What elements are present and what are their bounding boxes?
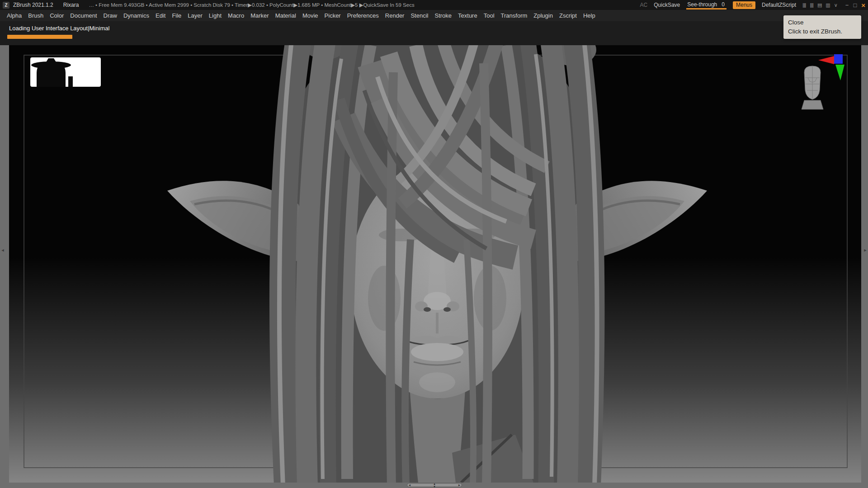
menu-item-brush[interactable]: Brush: [25, 11, 47, 20]
menu-item-macro[interactable]: Macro: [225, 11, 247, 20]
loading-status-text: Loading User Interface Layout|Minimal: [9, 25, 109, 32]
memory-stats: … • Free Mem 9.493GB • Active Mem 2999 •…: [89, 2, 414, 8]
menu-item-preferences[interactable]: Preferences: [344, 11, 382, 20]
maximize-button[interactable]: □: [853, 2, 857, 9]
menu-item-tool[interactable]: Tool: [481, 11, 498, 20]
scroll-updown-icon[interactable]: ▴ ▾: [434, 483, 435, 488]
menu-item-color[interactable]: Color: [47, 11, 67, 20]
menu-item-layer[interactable]: Layer: [184, 11, 206, 20]
right-tray-handle[interactable]: ▸: [863, 244, 868, 256]
status-bar: Loading User Interface Layout|Minimal: [0, 21, 868, 45]
menu-item-transform[interactable]: Transform: [498, 11, 531, 20]
menu-item-file[interactable]: File: [169, 11, 184, 20]
panel-layout-icon[interactable]: ▤: [817, 2, 821, 8]
menu-item-stencil[interactable]: Stencil: [407, 11, 431, 20]
close-button[interactable]: ×: [861, 1, 865, 9]
app-title: ZBrush 2021.1.2: [13, 2, 53, 8]
horizontal-scrollbar[interactable]: ◂ ▴ ▾ ▸: [407, 483, 462, 487]
menu-item-alpha[interactable]: Alpha: [4, 11, 25, 20]
menu-item-stroke[interactable]: Stroke: [431, 11, 455, 20]
title-bar: Z ZBrush 2021.1.2 Rixara … • Free Mem 9.…: [0, 0, 868, 10]
minimize-button[interactable]: −: [845, 2, 849, 9]
scroll-left-icon[interactable]: ◂: [409, 483, 410, 487]
menu-item-help[interactable]: Help: [580, 11, 599, 20]
menu-item-edit[interactable]: Edit: [152, 11, 169, 20]
menu-bar: Alpha Brush Color Document Draw Dynamics…: [0, 10, 868, 21]
menu-item-dynamics[interactable]: Dynamics: [120, 11, 152, 20]
axis-z-square: [834, 54, 843, 64]
menu-item-zscript[interactable]: Zscript: [556, 11, 580, 20]
ac-indicator[interactable]: AC: [640, 2, 648, 8]
camera-orientation-gizmo[interactable]: [802, 66, 823, 109]
bottom-bar: ◂ ▴ ▾ ▸: [0, 483, 868, 488]
scroll-right-icon[interactable]: ▸: [458, 483, 460, 487]
menu-item-marker[interactable]: Marker: [247, 11, 272, 20]
document-name: Rixara: [63, 2, 79, 8]
menu-item-zplugin[interactable]: Zplugin: [530, 11, 556, 20]
see-through-slider[interactable]: See-through 0: [686, 1, 726, 9]
sculpt-viewport[interactable]: [9, 45, 861, 483]
slider-ticks-icon[interactable]: ||||: [810, 2, 813, 8]
alpha-preview-thumbnail[interactable]: [30, 57, 101, 87]
quicksave-button[interactable]: QuickSave: [654, 2, 680, 8]
menu-item-light[interactable]: Light: [206, 11, 225, 20]
tooltip-body: Click to exit ZBrush.: [788, 27, 857, 36]
menu-item-material[interactable]: Material: [272, 11, 299, 20]
menu-item-texture[interactable]: Texture: [455, 11, 481, 20]
menu-item-draw[interactable]: Draw: [100, 11, 120, 20]
left-tray-handle[interactable]: ◂: [0, 244, 5, 256]
see-through-label: See-through: [687, 1, 717, 8]
see-through-value: 0: [722, 1, 725, 8]
sculpt-viewport-render: [9, 45, 861, 483]
menus-toggle-button[interactable]: Menus: [733, 1, 755, 9]
panel-layout-alt-icon[interactable]: ▥: [826, 2, 830, 8]
slider-ticks-icon[interactable]: ||||: [802, 2, 806, 8]
close-button-tooltip: Close Click to exit ZBrush.: [783, 15, 861, 39]
menu-item-document[interactable]: Document: [67, 11, 100, 20]
loading-progress-fill: [7, 35, 72, 39]
menu-item-picker[interactable]: Picker: [321, 11, 344, 20]
menu-item-movie[interactable]: Movie: [299, 11, 321, 20]
tooltip-title: Close: [788, 18, 857, 27]
collapse-chevron-icon[interactable]: ∨: [834, 2, 837, 8]
menu-item-render[interactable]: Render: [382, 11, 408, 20]
default-zscript-button[interactable]: DefaultZScript: [762, 2, 796, 8]
zbrush-logo-icon: Z: [3, 2, 9, 9]
